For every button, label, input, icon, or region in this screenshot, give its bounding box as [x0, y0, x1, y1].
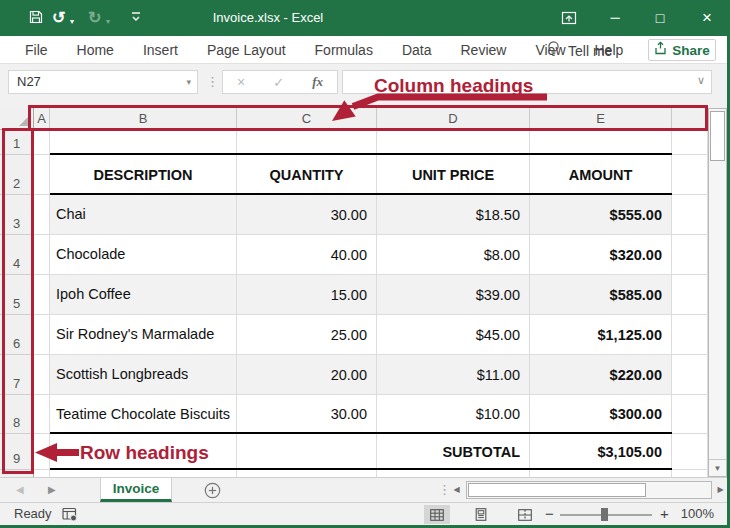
cell[interactable]: [377, 470, 530, 477]
cell-amount[interactable]: $320.00: [530, 235, 672, 275]
macro-record-icon[interactable]: [62, 507, 78, 526]
scroll-down-icon[interactable]: ▼: [709, 459, 726, 476]
cell[interactable]: [672, 395, 708, 434]
cell-unit-price[interactable]: $39.00: [377, 275, 530, 315]
header-quantity[interactable]: QUANTITY: [237, 155, 377, 195]
header-unit-price[interactable]: UNIT PRICE: [377, 155, 530, 195]
tab-review[interactable]: Review: [461, 42, 507, 58]
cell[interactable]: [34, 235, 50, 275]
cell-description[interactable]: Sir Rodney's Marmalade: [50, 315, 237, 355]
horizontal-scrollbar-thumb[interactable]: [468, 483, 646, 497]
cell[interactable]: [672, 434, 708, 470]
ribbon-display-options-icon[interactable]: [552, 0, 586, 36]
cell[interactable]: [34, 130, 50, 155]
cancel-icon[interactable]: ×: [237, 74, 245, 90]
cell[interactable]: [34, 315, 50, 355]
header-description[interactable]: DESCRIPTION: [50, 155, 237, 195]
cell[interactable]: [50, 470, 237, 477]
separator-dots[interactable]: ⋮: [206, 70, 219, 94]
cell[interactable]: [34, 195, 50, 235]
zoom-in-button[interactable]: +: [660, 503, 669, 524]
cell[interactable]: [672, 195, 708, 235]
name-box[interactable]: N27 ▾: [8, 70, 198, 94]
cell[interactable]: [34, 434, 50, 470]
cell-unit-price[interactable]: $8.00: [377, 235, 530, 275]
tab-home[interactable]: Home: [77, 42, 114, 58]
name-box-dropdown-icon[interactable]: ▾: [186, 71, 191, 93]
tell-me-control[interactable]: Tell me: [546, 40, 612, 62]
scroll-left-icon[interactable]: ◀: [448, 481, 465, 499]
cell-amount[interactable]: $555.00: [530, 195, 672, 235]
cell-amount[interactable]: $300.00: [530, 395, 672, 434]
sheet-tab-invoice[interactable]: Invoice: [100, 478, 172, 502]
page-break-preview-button[interactable]: [512, 505, 538, 524]
cell-unit-price[interactable]: $18.50: [377, 195, 530, 235]
cell[interactable]: [672, 130, 708, 155]
cell-description[interactable]: Chai: [50, 195, 237, 235]
cell[interactable]: [34, 155, 50, 195]
cell-subtotal-label[interactable]: SUBTOTAL: [377, 434, 530, 470]
cell-unit-price[interactable]: $11.00: [377, 355, 530, 395]
cell[interactable]: [530, 130, 672, 155]
cell[interactable]: [377, 130, 530, 155]
cell-amount[interactable]: $1,125.00: [530, 315, 672, 355]
zoom-level[interactable]: 100%: [678, 503, 714, 525]
undo-icon[interactable]: ↺: [52, 9, 65, 27]
tab-insert[interactable]: Insert: [143, 42, 178, 58]
cell-description[interactable]: Scottish Longbreads: [50, 355, 237, 395]
sheet-prev-icon[interactable]: ◀: [16, 478, 24, 502]
cell-quantity[interactable]: 30.00: [237, 195, 377, 235]
cell[interactable]: [530, 470, 672, 477]
cell[interactable]: [672, 155, 708, 195]
cell[interactable]: [237, 470, 377, 477]
vertical-scrollbar[interactable]: ▼: [708, 108, 727, 477]
tab-data[interactable]: Data: [402, 42, 432, 58]
vertical-scrollbar-thumb[interactable]: [710, 111, 725, 161]
cell-quantity[interactable]: 15.00: [237, 275, 377, 315]
save-icon[interactable]: [28, 9, 44, 29]
new-sheet-icon[interactable]: [204, 482, 221, 503]
cell-quantity[interactable]: 20.00: [237, 355, 377, 395]
cell-subtotal-value[interactable]: $3,105.00: [530, 434, 672, 470]
cell[interactable]: [672, 470, 708, 477]
customize-quick-access-icon[interactable]: [130, 9, 142, 27]
tab-page-layout[interactable]: Page Layout: [207, 42, 286, 58]
cell[interactable]: [34, 355, 50, 395]
redo-dropdown-icon[interactable]: ▾: [106, 13, 110, 31]
cell[interactable]: [237, 434, 377, 470]
header-amount[interactable]: AMOUNT: [530, 155, 672, 195]
cell[interactable]: [34, 275, 50, 315]
cell-description[interactable]: Teatime Chocolate Biscuits: [50, 395, 237, 434]
minimize-button[interactable]: ─: [598, 0, 632, 36]
tab-formulas[interactable]: Formulas: [315, 42, 373, 58]
cell[interactable]: [672, 275, 708, 315]
cell[interactable]: [34, 395, 50, 434]
insert-function-icon[interactable]: fx: [312, 74, 323, 90]
zoom-slider-thumb[interactable]: [601, 508, 608, 521]
zoom-out-button[interactable]: −: [545, 503, 554, 524]
cell-quantity[interactable]: 25.00: [237, 315, 377, 355]
cell[interactable]: [672, 235, 708, 275]
cell-amount[interactable]: $585.00: [530, 275, 672, 315]
cell[interactable]: [34, 470, 50, 477]
cell[interactable]: [672, 315, 708, 355]
enter-icon[interactable]: ✓: [273, 75, 284, 90]
normal-view-button[interactable]: [424, 505, 450, 524]
share-button[interactable]: Share: [648, 39, 716, 61]
redo-icon[interactable]: ↻: [88, 9, 101, 27]
maximize-button[interactable]: □: [643, 0, 677, 36]
cell-quantity[interactable]: 40.00: [237, 235, 377, 275]
formula-bar-expand-icon[interactable]: ∨: [697, 74, 705, 87]
cell-quantity[interactable]: 30.00: [237, 395, 377, 434]
cell[interactable]: [50, 130, 237, 155]
sheet-next-icon[interactable]: ▶: [48, 478, 56, 502]
horizontal-scrollbar[interactable]: [466, 481, 712, 499]
undo-dropdown-icon[interactable]: ▾: [70, 13, 74, 31]
close-button[interactable]: ×: [690, 0, 724, 36]
cell-description[interactable]: Chocolade: [50, 235, 237, 275]
cell-unit-price[interactable]: $45.00: [377, 315, 530, 355]
cell[interactable]: [237, 130, 377, 155]
tab-file[interactable]: File: [25, 42, 48, 58]
cell[interactable]: [672, 355, 708, 395]
cell-description[interactable]: Ipoh Coffee: [50, 275, 237, 315]
